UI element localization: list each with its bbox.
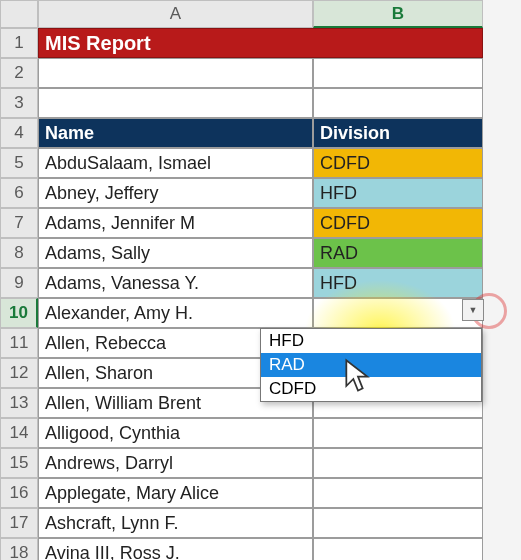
cell-division[interactable]: CDFD bbox=[313, 148, 483, 178]
cell-division[interactable] bbox=[313, 298, 483, 328]
cell-division[interactable] bbox=[313, 418, 483, 448]
dropdown-option[interactable]: HFD bbox=[261, 329, 481, 353]
cell-name[interactable]: Andrews, Darryl bbox=[38, 448, 313, 478]
cell-name[interactable] bbox=[38, 58, 313, 88]
dropdown-toggle[interactable]: ▼ bbox=[462, 299, 484, 321]
cell-division[interactable] bbox=[313, 508, 483, 538]
col-header-A[interactable]: A bbox=[38, 0, 313, 28]
row-header[interactable]: 5 bbox=[0, 148, 38, 178]
cell-name[interactable]: Adams, Sally bbox=[38, 238, 313, 268]
cell-name[interactable] bbox=[38, 88, 313, 118]
cell-division[interactable] bbox=[313, 538, 483, 560]
row-header[interactable]: 9 bbox=[0, 268, 38, 298]
cell-division[interactable] bbox=[313, 88, 483, 118]
row-header[interactable]: 14 bbox=[0, 418, 38, 448]
cell-name[interactable]: AbduSalaam, Ismael bbox=[38, 148, 313, 178]
select-all-corner[interactable] bbox=[0, 0, 38, 28]
header-name[interactable]: Name bbox=[38, 118, 313, 148]
cell-division[interactable]: CDFD bbox=[313, 208, 483, 238]
cell-name[interactable]: Adams, Jennifer M bbox=[38, 208, 313, 238]
row-header[interactable]: 10 bbox=[0, 298, 38, 328]
row-header[interactable]: 2 bbox=[0, 58, 38, 88]
cell-division[interactable] bbox=[313, 58, 483, 88]
row-header[interactable]: 7 bbox=[0, 208, 38, 238]
validation-dropdown[interactable]: HFDRADCDFD bbox=[260, 328, 482, 402]
dropdown-option[interactable]: CDFD bbox=[261, 377, 481, 401]
row-header[interactable]: 18 bbox=[0, 538, 38, 560]
cell-division[interactable]: HFD bbox=[313, 178, 483, 208]
cell-name[interactable]: Ashcraft, Lynn F. bbox=[38, 508, 313, 538]
cell-name[interactable]: Applegate, Mary Alice bbox=[38, 478, 313, 508]
row-header[interactable]: 17 bbox=[0, 508, 38, 538]
dropdown-option[interactable]: RAD bbox=[261, 353, 481, 377]
row-header[interactable]: 1 bbox=[0, 28, 38, 58]
row-header[interactable]: 15 bbox=[0, 448, 38, 478]
cell-name[interactable]: Avina III, Ross J. bbox=[38, 538, 313, 560]
col-header-B[interactable]: B bbox=[313, 0, 483, 28]
cell-name[interactable]: Abney, Jeffery bbox=[38, 178, 313, 208]
row-header[interactable]: 16 bbox=[0, 478, 38, 508]
cell-name[interactable]: Alexander, Amy H. bbox=[38, 298, 313, 328]
report-title[interactable]: MIS Report bbox=[38, 28, 483, 58]
row-header[interactable]: 3 bbox=[0, 88, 38, 118]
row-header[interactable]: 11 bbox=[0, 328, 38, 358]
cell-division[interactable]: RAD bbox=[313, 238, 483, 268]
row-header[interactable]: 13 bbox=[0, 388, 38, 418]
cell-division[interactable]: HFD bbox=[313, 268, 483, 298]
cell-division[interactable] bbox=[313, 478, 483, 508]
row-header[interactable]: 6 bbox=[0, 178, 38, 208]
row-header[interactable]: 4 bbox=[0, 118, 38, 148]
cell-division[interactable] bbox=[313, 448, 483, 478]
row-header[interactable]: 8 bbox=[0, 238, 38, 268]
cell-name[interactable]: Adams, Vanessa Y. bbox=[38, 268, 313, 298]
row-header[interactable]: 12 bbox=[0, 358, 38, 388]
header-division[interactable]: Division bbox=[313, 118, 483, 148]
cell-name[interactable]: Alligood, Cynthia bbox=[38, 418, 313, 448]
chevron-down-icon: ▼ bbox=[469, 305, 478, 315]
